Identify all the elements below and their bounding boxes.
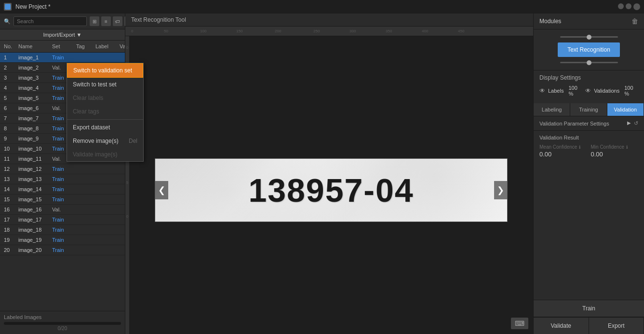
row-tag	[74, 189, 94, 190]
row-no: 11	[2, 155, 16, 162]
min-confidence-item: Min Confidence ℹ 0.00	[591, 144, 639, 158]
validation-param-section: Validation Parameter Settings ▶ ↺	[534, 116, 644, 131]
search-input[interactable]	[13, 16, 87, 26]
mean-confidence-label: Mean Confidence	[539, 144, 577, 150]
barcode-image: 138957-04	[155, 159, 507, 222]
labels-eye-icon[interactable]: 👁	[539, 87, 545, 94]
bottom-buttons: Train Validate Export	[534, 300, 644, 334]
close-btn[interactable]	[633, 3, 640, 10]
row-set: Val.	[50, 206, 74, 213]
table-row[interactable]: 17 image_17 Train 0	[0, 215, 125, 225]
module-slider-bottom[interactable]	[560, 62, 618, 63]
validation-param-title: Validation Parameter Settings	[539, 121, 609, 126]
table-row[interactable]: 19 image_19 Train 0	[0, 235, 125, 245]
table-row[interactable]: 1 image_1 Train 0	[0, 53, 125, 63]
col-label[interactable]: Label	[94, 42, 118, 50]
display-settings: Display Settings 👁 Labels 100 % 👁 Valida…	[534, 70, 644, 103]
table-row[interactable]: 18 image_18 Train 0	[0, 225, 125, 235]
modules-title: Modules	[539, 18, 561, 25]
row-name: image_15	[16, 196, 50, 203]
canvas-area: 0 5 5 0 ❮ 138957-04	[125, 36, 533, 334]
search-bar: 🔍 ⊞ ≡ 🏷 ⬇	[0, 14, 125, 29]
validation-metrics-grid: Mean Confidence ℹ 0.00 Min Confidence ℹ …	[539, 144, 638, 158]
row-name: image_4	[16, 84, 50, 91]
train-button[interactable]: Train	[534, 300, 644, 317]
min-confidence-info-icon: ℹ	[626, 145, 628, 150]
row-no: 15	[2, 196, 16, 203]
table-row[interactable]: 13 image_13 Train 0	[0, 174, 125, 184]
context-menu-item-5[interactable]: Remove image(s)Del	[67, 134, 143, 148]
validations-pct: 100 %	[624, 85, 638, 97]
tab-validation[interactable]: Validation	[607, 103, 644, 116]
tab-training[interactable]: Training	[570, 103, 607, 116]
table-row[interactable]: 16 image_16 Val. 0	[0, 205, 125, 215]
labels-label: Labels	[548, 88, 564, 94]
row-no: 7	[2, 115, 16, 122]
module-slider-area: Text Recognition	[534, 29, 644, 70]
row-name: image_5	[16, 95, 50, 101]
row-set: Train	[50, 237, 74, 243]
row-set: Train	[50, 216, 74, 223]
row-val: 0	[118, 186, 125, 193]
row-val: 0	[118, 216, 125, 223]
export-button[interactable]: Export	[589, 318, 644, 334]
row-val: 0	[118, 206, 125, 213]
image-container: ❮ 138957-04 ❯	[129, 46, 533, 334]
filter-icon[interactable]: ⊞	[90, 16, 99, 26]
tab-labeling[interactable]: Labeling	[534, 103, 570, 116]
context-menu-item-3: Clear tags	[67, 105, 143, 118]
col-val[interactable]: Val.	[118, 42, 125, 50]
tag-icon[interactable]: 🏷	[113, 16, 122, 26]
row-no: 5	[2, 95, 16, 101]
validate-button[interactable]: Validate	[534, 318, 589, 334]
row-label	[94, 168, 118, 169]
nav-prev-button[interactable]: ❮	[155, 181, 168, 199]
sort-icon[interactable]: ≡	[101, 16, 111, 26]
table-row[interactable]: 14 image_14 Train 0	[0, 184, 125, 195]
col-set[interactable]: Set	[50, 42, 74, 50]
row-tag	[74, 168, 94, 169]
row-name: image_8	[16, 125, 50, 132]
title-bar-title: New Project *	[15, 3, 51, 10]
row-no: 13	[2, 176, 16, 182]
row-label	[94, 189, 118, 190]
reset-icon[interactable]: ↺	[634, 120, 638, 126]
row-no: 8	[2, 125, 16, 132]
table-row[interactable]: 15 image_15 Train 0	[0, 195, 125, 205]
row-name: image_10	[16, 145, 50, 152]
left-panel: 🔍 ⊞ ≡ 🏷 ⬇ Import/Export ▼ No. Name Set	[0, 14, 125, 334]
center-panel: Text Recognition Tool 0 50 100 150 200 2…	[125, 14, 533, 334]
row-name: image_19	[16, 237, 50, 243]
row-name: image_13	[16, 176, 50, 182]
maximize-btn[interactable]	[626, 3, 631, 9]
col-tag[interactable]: Tag	[74, 42, 94, 50]
mean-confidence-info-icon: ℹ	[579, 145, 580, 150]
keyboard-icon[interactable]: ⌨	[511, 318, 528, 329]
title-bar: New Project *	[0, 0, 644, 14]
row-set: Train	[50, 176, 74, 182]
col-no[interactable]: No.	[2, 42, 16, 50]
context-menu-item-4[interactable]: Export dataset	[67, 121, 143, 134]
row-name: image_2	[16, 64, 50, 71]
import-export-button[interactable]: Import/Export ▼	[0, 29, 125, 41]
context-menu-item-1[interactable]: Switch to test set	[67, 78, 143, 91]
row-val: 0	[118, 237, 125, 243]
context-menu-item-0[interactable]: Switch to validation set	[67, 63, 143, 78]
module-slider-top[interactable]	[560, 36, 618, 38]
text-recognition-button[interactable]: Text Recognition	[558, 42, 620, 57]
row-label	[94, 239, 118, 240]
table-row[interactable]: 12 image_12 Train 0	[0, 164, 125, 174]
row-name: image_7	[16, 115, 50, 122]
row-label	[94, 209, 118, 210]
row-label	[94, 179, 118, 180]
barcode-text: 138957-04	[248, 171, 414, 209]
table-row[interactable]: 20 image_20 Train 0	[0, 245, 125, 255]
row-label	[94, 229, 118, 230]
validations-eye-icon[interactable]: 👁	[585, 87, 591, 94]
minimize-btn[interactable]	[618, 3, 624, 9]
expand-icon[interactable]: ▶	[627, 120, 631, 126]
col-name[interactable]: Name	[16, 42, 50, 50]
nav-next-button[interactable]: ❯	[494, 181, 507, 199]
validation-result-title: Validation Result	[539, 135, 638, 140]
delete-icon[interactable]: 🗑	[631, 17, 638, 25]
